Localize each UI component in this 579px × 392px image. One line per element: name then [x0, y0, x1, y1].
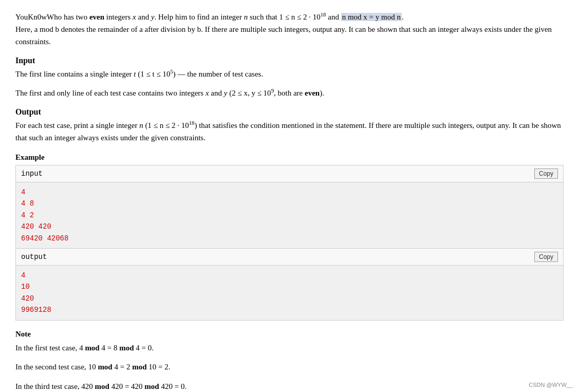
input-line2-pre: The first and only line of each test cas…: [15, 89, 206, 97]
intro-pre: YouKn0wWho has two: [15, 13, 89, 21]
output-cond: (1 ≤ n ≤ 2 · 10: [143, 121, 189, 129]
output-code-block: output Copy 4104209969128: [15, 249, 564, 321]
input-close: ).: [320, 89, 324, 97]
input-cond2: (2 ≤ x, y ≤ 10: [227, 89, 271, 97]
input-copy-button[interactable]: Copy: [534, 169, 558, 179]
intro-dot: .: [402, 13, 404, 21]
intro-rest: . Help him to find an integer: [155, 13, 244, 21]
intro-and2: and: [326, 13, 341, 21]
input-code-header: input Copy: [16, 165, 563, 182]
note-math-1: 4 mod 4 = 8 mod 4 = 0: [79, 344, 152, 352]
output-code-line: 420: [21, 293, 558, 304]
input-code-line: 4: [21, 186, 558, 198]
input-x: x: [206, 89, 209, 97]
output-text: For each test case, print a single integ…: [15, 119, 564, 144]
input-code-line: 69420 42068: [21, 233, 558, 244]
intro-highlight: n mod x = y mod n: [341, 13, 402, 21]
output-code-line: 10: [21, 281, 558, 292]
intro-line2: Here, a mod b denotes the remainder of a…: [15, 25, 552, 46]
note-math-2: 10 mod 4 = 2 mod 10 = 2: [88, 363, 169, 371]
input-even: even: [305, 89, 320, 97]
input-code-body: 44 84 2420 42069420 42068: [16, 182, 563, 248]
input-end: , both are: [274, 89, 305, 97]
example-title: Example: [15, 153, 564, 162]
output-code-header: output Copy: [16, 249, 563, 266]
output-copy-button[interactable]: Copy: [534, 252, 558, 262]
output-title: Output: [15, 107, 564, 117]
output-section: Output For each test case, print a singl…: [15, 107, 564, 144]
note-section: Note In the first test case, 4 mod 4 = 8…: [15, 330, 564, 392]
note-math-3: 420 mod 420 = 420 mod 420 = 0: [81, 382, 184, 390]
input-desc: — the number of test cases.: [176, 70, 263, 78]
output-code-line: 4: [21, 270, 558, 281]
input-code-label: input: [21, 170, 43, 178]
input-title: Input: [15, 56, 564, 65]
input-line1-pre: The first line contains a single integer: [15, 70, 134, 78]
intro-and: and: [136, 13, 151, 21]
note-case-1: In the first test case, 4 mod 4 = 8 mod …: [15, 342, 564, 355]
output-n: n: [139, 121, 143, 129]
output-exp: 18: [189, 120, 195, 126]
output-code-line: 9969128: [21, 304, 558, 315]
input-cond: (1 ≤ t ≤ 10: [136, 70, 171, 78]
note-case-3: In the third test case, 420 mod 420 = 42…: [15, 380, 564, 392]
intro-cond: such that 1 ≤ n ≤ 2 · 10: [248, 13, 320, 21]
input-line1: The first line contains a single integer…: [15, 67, 564, 80]
input-code-block: input Copy 44 84 2420 42069420 42068: [15, 165, 564, 249]
intro-exp: 18: [321, 11, 326, 17]
input-code-line: 4 2: [21, 210, 558, 221]
intro-x: x: [133, 13, 136, 21]
output-pre: For each test case, print a single integ…: [15, 121, 139, 129]
input-code-line: 420 420: [21, 221, 558, 232]
intro-y: y: [151, 13, 155, 21]
input-line2-and: and: [209, 89, 224, 97]
input-section: Input The first line contains a single i…: [15, 56, 564, 99]
note-case-2: In the second test case, 10 mod 4 = 2 mo…: [15, 361, 564, 374]
example-section: Example input Copy 44 84 2420 42069420 4…: [15, 153, 564, 321]
intro-even: even: [89, 13, 104, 21]
watermark: CSDN @WYW__: [529, 382, 573, 388]
output-code-label: output: [21, 253, 47, 261]
input-code-line: 4 8: [21, 198, 558, 209]
input-line2: The first and only line of each test cas…: [15, 86, 564, 99]
output-code-body: 4104209969128: [16, 266, 563, 320]
intro-mid: integers: [104, 13, 133, 21]
note-title: Note: [15, 330, 564, 339]
intro-paragraph: YouKn0wWho has two even integers x and y…: [15, 10, 564, 48]
